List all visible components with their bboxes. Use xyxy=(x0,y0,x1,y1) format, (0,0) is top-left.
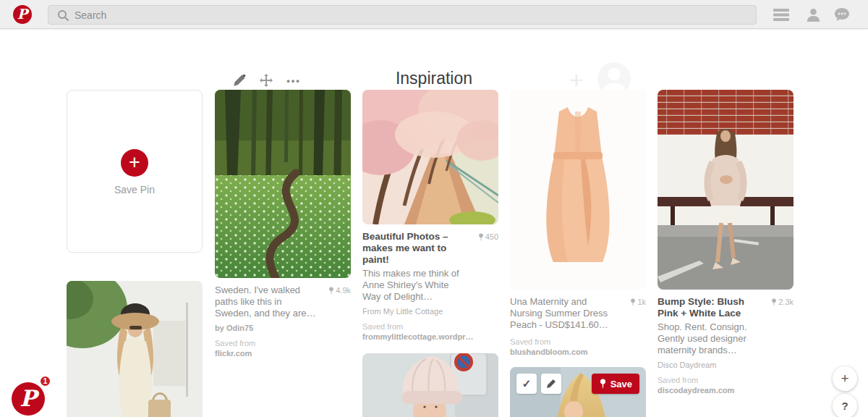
search-icon xyxy=(57,9,69,22)
create-pin-button[interactable]: + xyxy=(833,366,857,391)
pin-column-5: Bump Style: Blush Pink + White Lace 2.3k… xyxy=(658,90,793,395)
pin-text-block: Bump Style: Blush Pink + White Lace 2.3k… xyxy=(658,296,793,356)
save-pin-button[interactable]: + Save Pin xyxy=(67,90,203,253)
search-input[interactable] xyxy=(75,6,747,24)
pin-repin-count: 1k xyxy=(630,298,646,306)
pin-image-peach-dress[interactable] xyxy=(510,90,646,290)
pencil-icon xyxy=(546,379,556,389)
pin-source-link[interactable]: blushandbloom.com xyxy=(510,348,588,356)
pin-saved-from: Saved from discodaydream.com xyxy=(658,375,793,395)
save-pin-label: Save Pin xyxy=(67,184,202,195)
pin-column-2: Sweden. I've walked paths like this in S… xyxy=(215,90,351,358)
pin-count-icon xyxy=(630,298,636,306)
pin-description: Sweden. I've walked paths like this in S… xyxy=(215,285,320,319)
pin-title: Bump Style: Blush Pink + White Lace xyxy=(658,296,763,319)
pin-source-link[interactable]: flickr.com xyxy=(215,349,252,358)
select-pin-button[interactable]: ✓ xyxy=(516,374,537,394)
pin-image-forest-path[interactable] xyxy=(215,90,351,278)
pin-text-block: Una Maternity and Nursing Summer Dress P… xyxy=(510,296,646,331)
pin-text-block: Beautiful Photos – makes me want to pain… xyxy=(362,231,498,303)
pin-title: Beautiful Photos – makes me want to pain… xyxy=(362,231,468,266)
pin-image-bump-style[interactable] xyxy=(658,90,793,290)
pin-count-icon xyxy=(478,233,484,241)
pin-image-cherry-blossoms[interactable] xyxy=(362,90,498,224)
boards-menu-icon[interactable] xyxy=(767,0,796,29)
pin-description: Shop. Rent. Consign. Gently used designe… xyxy=(658,321,763,356)
pin-description: Una Maternity and Nursing Summer Dress P… xyxy=(510,296,616,331)
pin-column-3: Beautiful Photos – makes me want to pain… xyxy=(362,90,498,417)
search-bar xyxy=(48,5,757,25)
pin-source-link[interactable]: discodaydream.com xyxy=(658,386,734,395)
pin-saved-from: Saved from blushandbloom.com xyxy=(510,337,646,357)
pin-saved-from: Saved from frommylittlecottage.wordpr… xyxy=(362,321,498,342)
pin-count-icon xyxy=(328,287,334,295)
pin-saved-from: Saved from flickr.com xyxy=(215,338,351,358)
pinterest-home-button[interactable]: P xyxy=(12,382,45,416)
profile-icon[interactable] xyxy=(799,0,827,29)
pin-source-link[interactable]: frommylittlecottage.wordpr… xyxy=(362,332,473,341)
pin-byline[interactable]: by Odin75 xyxy=(215,324,351,332)
invite-collaborator-icon[interactable]: + xyxy=(563,67,590,93)
pin-column-4: Una Maternity and Nursing Summer Dress P… xyxy=(510,90,646,417)
pin-count-icon xyxy=(771,298,777,306)
save-button[interactable]: Save xyxy=(592,374,639,394)
top-bar: P xyxy=(0,0,868,29)
pin-attribution: From My Little Cottage xyxy=(362,307,498,316)
board-header: ••• Inspiration + xyxy=(0,29,868,71)
pin-hover-toolbar: ✓ Save xyxy=(516,374,639,394)
pin-icon xyxy=(599,379,607,389)
pin-repin-count: 2.3k xyxy=(771,298,793,306)
messages-icon[interactable] xyxy=(827,0,856,29)
board-title: Inspiration xyxy=(0,69,868,88)
pin-image-woman-in-hat[interactable] xyxy=(67,281,203,417)
pin-image-blonde-woman-hover[interactable]: ✓ Save xyxy=(510,367,646,417)
pin-text-block: Sweden. I've walked paths like this in S… xyxy=(215,285,351,319)
pin-image-knit-beanie[interactable] xyxy=(362,353,498,417)
pinterest-board-page: P xyxy=(0,0,868,417)
plus-icon: + xyxy=(121,149,148,177)
pin-description: This makes me think of Anne Shirley's Wh… xyxy=(362,268,468,303)
pin-column-1: + Save Pin xyxy=(67,90,203,417)
pin-repin-count: 450 xyxy=(478,232,498,241)
pinterest-logo[interactable]: P xyxy=(13,5,32,24)
pin-repin-count: 4.9k xyxy=(328,286,351,295)
notification-badge[interactable]: 1 xyxy=(39,375,51,387)
edit-pin-button[interactable] xyxy=(541,374,561,394)
help-button[interactable]: ? xyxy=(833,394,857,417)
pin-attribution: Disco Daydream xyxy=(658,361,793,369)
